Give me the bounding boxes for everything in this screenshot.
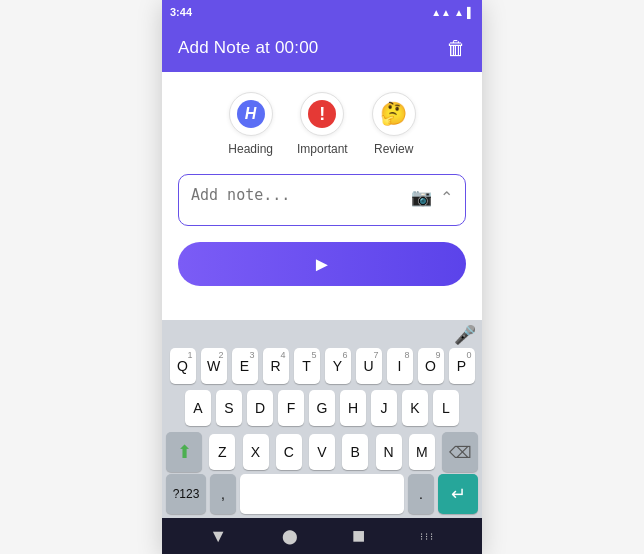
tag-row: H Heading ! Important 🤔 Review — [228, 92, 415, 156]
delete-button[interactable]: 🗑 — [446, 37, 466, 60]
top-bar-title: Add Note at 00:00 — [178, 38, 318, 58]
menu-nav-icon[interactable]: ⁝⁝⁝ — [420, 531, 435, 542]
key-D[interactable]: D — [247, 390, 273, 426]
keyboard-mic-row: 🎤 — [162, 324, 482, 346]
keyboard-bottom-row: ?123 , . ↵ — [162, 474, 482, 518]
phone-frame: 3:44 ▲▲ ▲ ▌ Add Note at 00:00 🗑 H Headin… — [162, 0, 482, 554]
key-P[interactable]: 0P — [449, 348, 475, 384]
key-G[interactable]: G — [309, 390, 335, 426]
key-O[interactable]: 9O — [418, 348, 444, 384]
top-bar: Add Note at 00:00 🗑 — [162, 24, 482, 72]
wifi-icon: ▲ — [454, 7, 464, 18]
comma-key[interactable]: , — [210, 474, 236, 514]
back-nav-icon[interactable]: ▼ — [209, 526, 227, 547]
space-key[interactable] — [240, 474, 404, 514]
tag-circle-review: 🤔 — [372, 92, 416, 136]
key-N[interactable]: N — [376, 434, 402, 470]
microphone-icon[interactable]: 🎤 — [454, 324, 476, 346]
keyboard-row-2: A S D F G H J K L — [162, 390, 482, 426]
home-nav-icon[interactable]: ⬤ — [282, 528, 298, 544]
period-key[interactable]: . — [408, 474, 434, 514]
key-M[interactable]: M — [409, 434, 435, 470]
status-bar: 3:44 ▲▲ ▲ ▌ — [162, 0, 482, 24]
key-H[interactable]: H — [340, 390, 366, 426]
key-C[interactable]: C — [276, 434, 302, 470]
note-input-icons: 📷 ⌃ — [411, 187, 453, 208]
status-time: 3:44 — [170, 6, 192, 18]
key-U[interactable]: 7U — [356, 348, 382, 384]
keyboard-row-3: ⬆ Z X C V B N M ⌫ — [162, 432, 482, 472]
tag-label-heading: Heading — [228, 142, 273, 156]
backspace-key[interactable]: ⌫ — [442, 432, 478, 472]
num-toggle-key[interactable]: ?123 — [166, 474, 206, 514]
key-K[interactable]: K — [402, 390, 428, 426]
signal-icon: ▲▲ — [431, 7, 451, 18]
key-Z[interactable]: Z — [209, 434, 235, 470]
main-content: H Heading ! Important 🤔 Review 📷 — [162, 72, 482, 320]
key-W[interactable]: 2W — [201, 348, 227, 384]
key-F[interactable]: F — [278, 390, 304, 426]
key-L[interactable]: L — [433, 390, 459, 426]
review-icon: 🤔 — [380, 101, 407, 127]
enter-key[interactable]: ↵ — [438, 474, 478, 514]
tag-item-heading[interactable]: H Heading — [228, 92, 273, 156]
nav-bar: ▼ ⬤ ■ ⁝⁝⁝ — [162, 518, 482, 554]
key-B[interactable]: B — [342, 434, 368, 470]
note-input-wrap: 📷 ⌃ — [178, 174, 466, 226]
key-J[interactable]: J — [371, 390, 397, 426]
tag-label-important: Important — [297, 142, 348, 156]
status-bar-left: 3:44 — [170, 6, 192, 18]
key-X[interactable]: X — [243, 434, 269, 470]
key-Q[interactable]: 1Q — [170, 348, 196, 384]
battery-icon: ▌ — [467, 7, 474, 18]
key-S[interactable]: S — [216, 390, 242, 426]
important-icon: ! — [308, 100, 336, 128]
key-V[interactable]: V — [309, 434, 335, 470]
note-input[interactable] — [191, 185, 411, 213]
status-bar-right: ▲▲ ▲ ▌ — [431, 7, 474, 18]
key-E[interactable]: 3E — [232, 348, 258, 384]
send-arrow-icon: ► — [312, 253, 332, 276]
camera-icon[interactable]: 📷 — [411, 187, 432, 208]
chevron-up-icon[interactable]: ⌃ — [440, 188, 453, 207]
key-A[interactable]: A — [185, 390, 211, 426]
tag-label-review: Review — [374, 142, 413, 156]
recents-nav-icon[interactable]: ■ — [352, 523, 365, 549]
key-I[interactable]: 8I — [387, 348, 413, 384]
shift-key[interactable]: ⬆ — [166, 432, 202, 472]
keyboard-row-1: 1Q 2W 3E 4R 5T 6Y 7U 8I 9O 0P — [162, 348, 482, 384]
keyboard-area: 🎤 1Q 2W 3E 4R 5T 6Y 7U 8I 9O 0P A S D F … — [162, 320, 482, 518]
tag-circle-important: ! — [300, 92, 344, 136]
tag-item-important[interactable]: ! Important — [297, 92, 348, 156]
key-Y[interactable]: 6Y — [325, 348, 351, 384]
send-button[interactable]: ► — [178, 242, 466, 286]
tag-circle-heading: H — [229, 92, 273, 136]
heading-icon: H — [237, 100, 265, 128]
key-T[interactable]: 5T — [294, 348, 320, 384]
key-R[interactable]: 4R — [263, 348, 289, 384]
tag-item-review[interactable]: 🤔 Review — [372, 92, 416, 156]
